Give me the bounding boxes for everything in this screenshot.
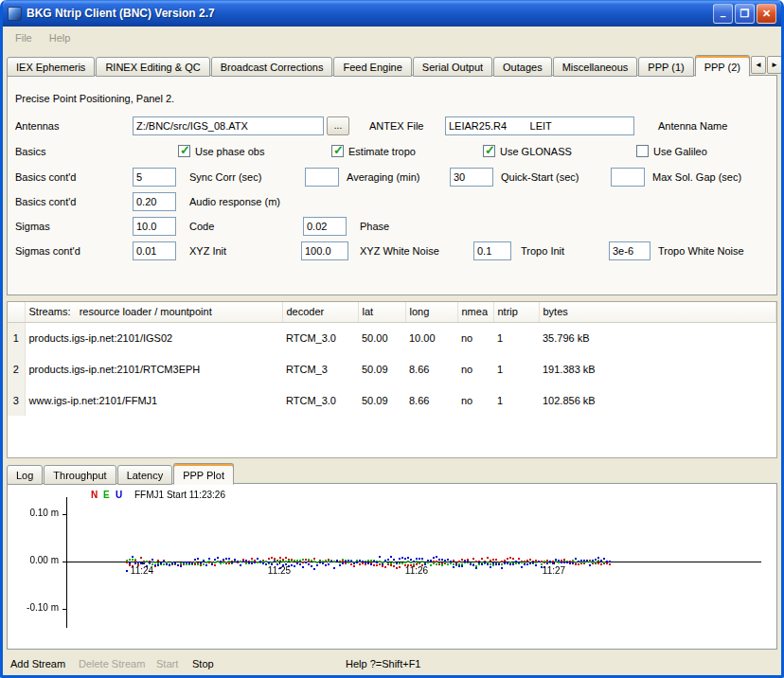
minimize-icon: – [720, 11, 725, 22]
cell-bytes: 191.383 kB [539, 353, 776, 384]
cell-nmea: no [457, 353, 493, 384]
app-icon [8, 7, 22, 21]
cell-nmea: no [457, 322, 493, 353]
sigma-code-label: Code [189, 217, 214, 236]
tab-scroll-right-button[interactable]: ► [767, 56, 782, 74]
basics-label: Basics [15, 142, 45, 161]
chevron-right-icon: ► [771, 61, 778, 69]
stream-row[interactable]: 2 products.igs-ip.net:2101/RTCM3EPH RTCM… [8, 353, 776, 384]
x-tick-label: 11:26 [405, 565, 428, 576]
use-galileo-label: Use Galileo [653, 142, 707, 161]
header-bytes: bytes [539, 302, 776, 322]
cell-ntrip: 1 [493, 322, 539, 353]
add-stream-action[interactable]: Add Stream [10, 652, 65, 675]
tab-serial-output[interactable]: Serial Output [413, 57, 492, 77]
tropo-init-input[interactable] [473, 241, 511, 260]
y-tick-label: -0.10 m [15, 602, 59, 613]
use-galileo-checkbox[interactable] [636, 145, 649, 157]
antex-file-label: ANTEX File [369, 116, 423, 135]
tab-broadcast-corrections[interactable]: Broadcast Corrections [211, 57, 333, 77]
tab-throughput[interactable]: Throughput [44, 465, 116, 485]
quick-start-input[interactable] [450, 168, 493, 187]
x-tick-label: 11:25 [268, 565, 291, 576]
panel-caption: Precise Point Positioning, Panel 2. [15, 89, 174, 108]
plot-title: FFMJ1 Start 11:23:26 [134, 490, 225, 500]
header-decoder: decoder [282, 302, 358, 322]
audio-response-input[interactable] [133, 192, 176, 211]
stop-action[interactable]: Stop [192, 652, 214, 675]
menu-file[interactable]: File [7, 29, 41, 46]
averaging-label: Averaging (min) [347, 168, 419, 187]
streams-table: Streams: resource loader / mountpoint de… [8, 302, 776, 416]
row-number: 1 [8, 322, 25, 353]
cell-ntrip: 1 [493, 384, 539, 416]
stream-row[interactable]: 1 products.igs-ip.net:2101/IGS02 RTCM_3.… [8, 322, 776, 353]
minimize-button[interactable]: – [713, 4, 733, 24]
tab-iex-ephemeris[interactable]: IEX Ephemeris [7, 57, 95, 77]
sigma-phase-input[interactable] [303, 217, 347, 236]
quick-start-label: Quick-Start (sec) [501, 168, 579, 187]
close-button[interactable]: ✕ [757, 4, 776, 24]
audio-response-label: Audio response (m) [189, 192, 280, 211]
tab-ppp-1[interactable]: PPP (1) [638, 57, 693, 77]
sigma-code-input[interactable] [133, 217, 176, 236]
tab-miscellaneous[interactable]: Miscellaneous [553, 57, 638, 77]
estimate-tropo-label: Estimate tropo [348, 142, 416, 161]
browse-button[interactable]: ... [327, 116, 349, 135]
antennas-input[interactable] [133, 116, 324, 135]
tab-outages[interactable]: Outages [493, 57, 552, 77]
header-gutter [8, 302, 25, 322]
stream-row[interactable]: 3 www.igs-ip.net:2101/FFMJ1 RTCM_3.0 50.… [8, 384, 776, 416]
legend-e: E [103, 490, 110, 500]
xyz-white-noise-input[interactable] [301, 241, 348, 260]
tab-log[interactable]: Log [7, 465, 43, 485]
sigma-phase-label: Phase [360, 217, 389, 236]
statusbar: Add Stream Delete Stream Start Stop Help… [3, 652, 781, 675]
xyz-init-input[interactable] [133, 241, 176, 260]
use-phase-obs-label: Use phase obs [195, 142, 264, 161]
tab-bar: IEX Ephemeris RINEX Editing & QC Broadca… [7, 52, 777, 76]
cell-mountpoint: www.igs-ip.net:2101/FFMJ1 [25, 384, 282, 416]
menu-help[interactable]: Help [41, 29, 80, 46]
averaging-input[interactable] [305, 168, 339, 187]
tab-feed-engine[interactable]: Feed Engine [333, 57, 411, 77]
header-mountpoint: Streams: resource loader / mountpoint [25, 302, 282, 322]
use-glonass-label: Use GLONASS [500, 142, 572, 161]
row-number: 3 [8, 384, 25, 416]
maximize-button[interactable]: ❐ [735, 4, 755, 24]
tropo-white-noise-input[interactable] [609, 241, 650, 260]
ppp-plot-canvas [8, 484, 776, 649]
row-number: 2 [8, 353, 25, 384]
sigmas-contd-label: Sigmas cont'd [15, 241, 80, 260]
use-phase-obs-checkbox[interactable] [178, 145, 190, 157]
cell-decoder: RTCM_3 [282, 353, 358, 384]
cell-decoder: RTCM_3.0 [282, 322, 358, 353]
tab-scroll-buttons: ◄ ► [751, 56, 782, 74]
header-ntrip: ntrip [493, 302, 539, 322]
cell-ntrip: 1 [493, 353, 539, 384]
tab-rinex-editing-qc[interactable]: RINEX Editing & QC [96, 57, 209, 77]
use-glonass-checkbox[interactable] [483, 145, 495, 157]
cell-mountpoint: products.igs-ip.net:2101/IGS02 [25, 322, 282, 353]
window-controls: – ❐ ✕ [713, 4, 776, 24]
antennas-label: Antennas [15, 116, 59, 135]
titlebar: BKG Ntrip Client (BNC) Version 2.7 – ❐ ✕ [3, 0, 781, 27]
tab-ppp-2[interactable]: PPP (2) [695, 55, 750, 77]
antenna-name-input[interactable] [445, 116, 634, 135]
y-tick-label: 0.10 m [15, 508, 59, 518]
tab-latency[interactable]: Latency [117, 465, 173, 485]
cell-lat: 50.09 [358, 353, 405, 384]
cell-long: 8.66 [405, 384, 457, 416]
cell-nmea: no [457, 384, 493, 416]
tropo-init-label: Tropo Init [521, 241, 564, 260]
max-sol-gap-input[interactable] [611, 168, 645, 187]
sync-corr-input[interactable] [133, 168, 176, 187]
sigmas-label: Sigmas [15, 217, 50, 236]
cell-decoder: RTCM_3.0 [282, 384, 358, 416]
tab-ppp-plot[interactable]: PPP Plot [173, 463, 234, 485]
legend-u: U [116, 490, 122, 500]
header-nmea: nmea [457, 302, 493, 322]
start-action: Start [156, 652, 178, 675]
estimate-tropo-checkbox[interactable] [331, 145, 344, 157]
tab-scroll-left-button[interactable]: ◄ [751, 56, 766, 74]
